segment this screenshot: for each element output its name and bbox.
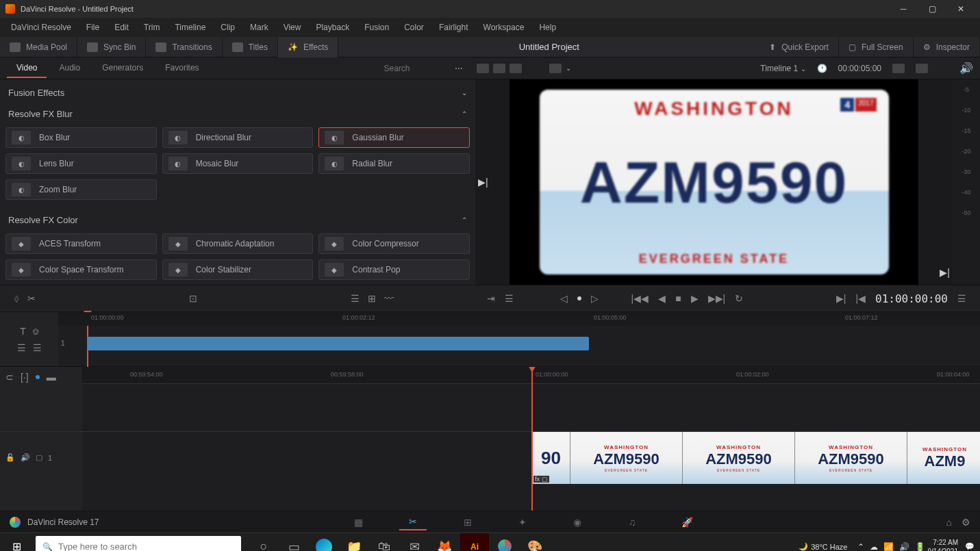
menu-workspace[interactable]: Workspace	[477, 20, 531, 35]
insert-icon[interactable]: ⇥	[487, 293, 495, 304]
fx-color-stabilizer[interactable]: ◆Color Stabilizer	[162, 259, 314, 280]
tool-icon[interactable]: ⎊	[33, 326, 38, 337]
illustrator-icon[interactable]: Ai	[460, 533, 489, 552]
viewer-mode-icon[interactable]	[549, 64, 562, 73]
tab-generators[interactable]: Generators	[92, 59, 153, 78]
viewer-tool-icon[interactable]	[892, 64, 905, 73]
transitions-button[interactable]: Transitions	[146, 37, 222, 57]
fx-radial-blur[interactable]: ◐Radial Blur	[318, 153, 470, 174]
weather-text[interactable]: 38°C Haze	[811, 543, 847, 551]
effects-button[interactable]: ✨Effects	[278, 37, 338, 57]
fx-color-compressor[interactable]: ◆Color Compressor	[318, 233, 470, 254]
flag-icon[interactable]: ▬	[47, 372, 56, 383]
fx-gaussian-blur[interactable]: ◐Gaussian Blur	[318, 127, 470, 148]
stop-button[interactable]: ■	[675, 293, 681, 304]
tool-icon[interactable]: 〰	[384, 293, 394, 304]
menu-mark[interactable]: Mark	[243, 20, 275, 35]
cut-page-icon[interactable]: ✂	[399, 514, 427, 530]
snap-icon[interactable]: ⊡	[189, 293, 197, 304]
deliver-page-icon[interactable]: 🚀	[673, 514, 701, 530]
menu-help[interactable]: Help	[532, 20, 563, 35]
edit-page-icon[interactable]: ⊞	[454, 514, 481, 530]
maximize-button[interactable]: ▢	[918, 0, 946, 18]
task-view-icon[interactable]: ▭	[279, 533, 308, 552]
next-edit-icon[interactable]: ▶|	[836, 293, 846, 304]
timecode-display[interactable]: 01:00:00:00	[875, 292, 948, 305]
record-icon[interactable]	[577, 296, 581, 300]
volume-icon[interactable]: 🔊	[899, 542, 909, 552]
bypass-icon[interactable]: 🔊	[959, 62, 973, 75]
start-button[interactable]: ⊞	[0, 533, 33, 552]
media-pool-button[interactable]: Media Pool	[0, 37, 77, 57]
tab-audio[interactable]: Audio	[49, 59, 90, 78]
menu-playback[interactable]: Playback	[309, 20, 356, 35]
taskbar-search[interactable]: 🔍	[36, 536, 241, 552]
menu-icon[interactable]: ☰	[957, 293, 966, 304]
tab-favorites[interactable]: Favorites	[155, 59, 208, 78]
menu-davinci[interactable]: DaVinci Resolve	[4, 20, 78, 35]
minimize-button[interactable]: ─	[890, 0, 917, 18]
fusion-page-icon[interactable]: ✦	[509, 514, 536, 530]
menu-fairlight[interactable]: Fairlight	[432, 20, 475, 35]
fx-lens-blur[interactable]: ◐Lens Blur	[5, 153, 157, 174]
resolve-fx-color-header[interactable]: Resolve FX Color⌃	[5, 209, 470, 231]
edit-tool-icon[interactable]: ⎀	[14, 293, 19, 304]
resolve-taskbar-icon[interactable]	[490, 533, 519, 552]
sync-bin-button[interactable]: Sync Bin	[77, 37, 146, 57]
onedrive-icon[interactable]: ☁	[870, 542, 878, 552]
tab-video[interactable]: Video	[7, 59, 47, 78]
menu-fusion[interactable]: Fusion	[357, 20, 396, 35]
lock-icon[interactable]: 🔓	[5, 453, 15, 462]
fx-chromatic-adaptation[interactable]: ◆Chromatic Adaptation	[162, 233, 314, 254]
monitor-icon[interactable]: ▢	[36, 453, 42, 462]
fusion-effects-header[interactable]: Fusion Effects⌄	[5, 82, 470, 103]
wifi-icon[interactable]: 📶	[883, 542, 894, 552]
menu-view[interactable]: View	[277, 20, 308, 35]
fx-color-space-transform[interactable]: ◆Color Space Transform	[5, 259, 157, 280]
color-page-icon[interactable]: ◉	[564, 514, 591, 530]
weather-icon[interactable]: 🌙	[799, 542, 808, 551]
search-input[interactable]	[384, 64, 452, 73]
mail-icon[interactable]: ✉	[400, 533, 429, 552]
quick-export-button[interactable]: ⬆Quick Export	[759, 37, 839, 57]
fx-aces-transform[interactable]: ◆ACES Transform	[5, 233, 157, 254]
prev-marker-icon[interactable]: ◁	[560, 293, 568, 304]
play-button[interactable]: ▶	[691, 293, 699, 304]
firefox-icon[interactable]: 🦊	[430, 533, 459, 552]
mini-ruler[interactable]: 01:00:00:00 01:00:02:12 01:00:05:00 01:0…	[58, 312, 980, 326]
taskbar-search-input[interactable]	[58, 541, 234, 551]
explorer-icon[interactable]: 📁	[340, 533, 368, 552]
tool-icon[interactable]: ☰	[33, 342, 42, 353]
marker-icon[interactable]	[36, 375, 40, 379]
view-mode-icon[interactable]	[493, 64, 505, 73]
step-back-button[interactable]: ◀	[658, 293, 666, 304]
menu-edit[interactable]: Edit	[108, 20, 136, 35]
timeline-playhead[interactable]	[531, 367, 533, 511]
chevron-down-icon[interactable]: ⌄	[566, 64, 571, 72]
link-icon[interactable]: [·]	[21, 372, 29, 383]
mini-track[interactable]: 1	[58, 330, 980, 357]
next-marker-icon[interactable]: ▷	[591, 293, 599, 304]
store-icon[interactable]: 🛍	[370, 533, 399, 552]
paint-icon[interactable]: 🎨	[520, 533, 549, 552]
tray-chevron-icon[interactable]: ⌃	[857, 542, 864, 552]
fairlight-page-icon[interactable]: ♫	[618, 514, 646, 530]
search-options-icon[interactable]: ⋯	[455, 64, 463, 73]
notifications-icon[interactable]: 💬	[965, 542, 975, 551]
tool-icon[interactable]: ☰	[351, 293, 360, 304]
menu-trim[interactable]: Trim	[137, 20, 167, 35]
sliders-icon[interactable]: ☰	[505, 293, 514, 304]
tool-icon[interactable]: ⊞	[368, 293, 376, 304]
system-clock[interactable]: 7:22 AM 9/14/2021	[928, 538, 959, 552]
home-icon[interactable]: ⌂	[946, 517, 952, 528]
viewer-tool-icon[interactable]	[916, 64, 928, 73]
media-page-icon[interactable]: ▦	[344, 514, 372, 530]
timeline-selector[interactable]: Timeline 1 ⌄	[760, 64, 805, 73]
text-tool-icon[interactable]: T	[20, 326, 26, 337]
fx-directional-blur[interactable]: ◐Directional Blur	[162, 127, 314, 148]
menu-color[interactable]: Color	[397, 20, 431, 35]
cortana-icon[interactable]: ○	[249, 533, 278, 552]
tool-icon[interactable]: ☰	[17, 342, 26, 353]
fx-box-blur[interactable]: ◐Box Blur	[5, 127, 157, 148]
speaker-icon[interactable]: 🔊	[21, 453, 30, 462]
